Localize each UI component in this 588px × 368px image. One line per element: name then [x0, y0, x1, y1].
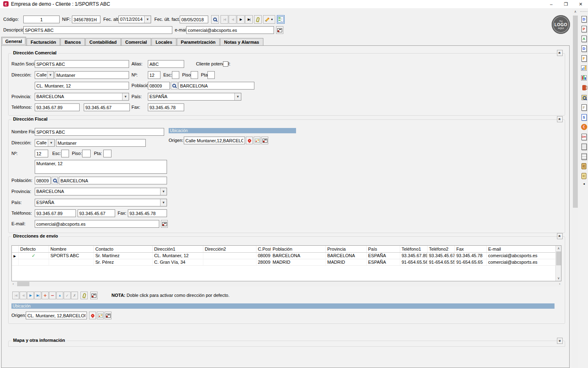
- cell-nombre[interactable]: [49, 259, 94, 265]
- tab-bancos[interactable]: Bancos: [60, 38, 85, 45]
- cell-poblacion[interactable]: BARCELONA: [271, 252, 325, 259]
- map-pin-button[interactable]: [246, 137, 253, 144]
- table-vertical-scrollbar[interactable]: ∧ ∨: [555, 246, 561, 281]
- col-provincia[interactable]: Provincia: [325, 246, 366, 252]
- chevron-down-icon[interactable]: ▼: [48, 139, 54, 146]
- sidebar-icon-bar-chart[interactable]: [580, 74, 588, 82]
- attachments-button[interactable]: [254, 15, 262, 24]
- collapse-direccion-fiscal-button[interactable]: «: [557, 116, 563, 122]
- razon-social-input[interactable]: [35, 60, 129, 68]
- table-horizontal-scrollbar[interactable]: ‹ ›: [11, 281, 561, 287]
- sidebar-icon-search-document[interactable]: [580, 93, 588, 102]
- piso-fiscal-input[interactable]: [82, 150, 91, 157]
- chevron-down-icon[interactable]: ▼: [160, 188, 167, 195]
- cell-direccion2[interactable]: [203, 252, 256, 259]
- sidebar-icon-doc-d2[interactable]: D: [580, 44, 588, 53]
- direccion-completa-fiscal-textarea[interactable]: Muntaner, 12: [35, 160, 167, 174]
- tab-general[interactable]: General: [1, 37, 26, 45]
- grid-insert-button[interactable]: +: [42, 292, 49, 299]
- sidebar-icon-list-doc-2[interactable]: [580, 152, 588, 161]
- notes-dropdown-button[interactable]: ▼: [263, 15, 275, 24]
- location-mail-button[interactable]: [261, 137, 268, 144]
- location-mail-button[interactable]: [105, 312, 111, 319]
- cell-provincia[interactable]: BARCELONA: [325, 252, 366, 259]
- col-cpostal[interactable]: C.Postal: [256, 246, 271, 252]
- cliente-potencial-checkbox[interactable]: [223, 61, 228, 67]
- restore-button[interactable]: ❐: [559, 0, 573, 8]
- codigo-postal-input[interactable]: [148, 82, 170, 90]
- email-fiscal-input[interactable]: [35, 220, 159, 228]
- fax-fiscal-input[interactable]: [128, 209, 167, 217]
- sidebar-icon-chart-window[interactable]: [580, 64, 588, 72]
- sidebar-icon-dollar-window[interactable]: $: [580, 113, 588, 121]
- chevron-down-icon[interactable]: ▼: [160, 199, 167, 206]
- buscar-poblacion-fiscal-button[interactable]: [51, 177, 58, 184]
- table-row[interactable]: Sr. Pérez C. Gran Vía, 34 28009 MADRID M…: [12, 259, 556, 265]
- origen-fiscal-input[interactable]: [184, 137, 245, 144]
- scroll-up-icon[interactable]: ∧: [557, 247, 560, 250]
- tab-notas-alarmas[interactable]: Notas y Alarmas: [220, 38, 263, 45]
- sidebar-icon-euro-gear[interactable]: €: [580, 123, 588, 131]
- sidebar-icon-doc-f-edit[interactable]: F: [580, 103, 588, 112]
- fec-alta-combobox[interactable]: 07/12/2014 ▼: [118, 16, 151, 23]
- collapse-direccion-comercial-button[interactable]: «: [557, 50, 563, 56]
- numero-fiscal-input[interactable]: [35, 150, 48, 157]
- cell-telefono2[interactable]: 93.345.45.67: [427, 252, 454, 259]
- cell-telefono1[interactable]: 93.345.67.89: [400, 252, 427, 259]
- telefono2-fiscal-input[interactable]: [78, 209, 115, 217]
- chevron-down-icon[interactable]: ▼: [144, 16, 151, 23]
- toolbar-grip[interactable]: ••••••: [580, 10, 588, 13]
- cell-defecto[interactable]: [18, 259, 49, 265]
- table-row[interactable]: ▶ ✓ SPORTS ABC Sr. Martínez CL. Muntaner…: [12, 252, 556, 259]
- sidebar-icon-doc-p[interactable]: P: [580, 25, 588, 33]
- scroll-down-icon[interactable]: ∨: [557, 276, 560, 280]
- sidebar-icon-clipboard-c2[interactable]: C: [580, 172, 588, 180]
- cell-pais[interactable]: ESPAÑA: [366, 259, 400, 265]
- cell-contacto[interactable]: Sr. Pérez: [94, 259, 152, 265]
- scroll-right-icon[interactable]: ›: [559, 282, 560, 286]
- cell-telefono2[interactable]: 91-654.65.55: [427, 259, 454, 265]
- cell-telefono1[interactable]: 91-654.65.56: [400, 259, 427, 265]
- tab-facturacion[interactable]: Facturación: [27, 38, 60, 45]
- direccion-completa-input[interactable]: [35, 82, 129, 90]
- chevron-down-icon[interactable]: ▼: [47, 72, 53, 79]
- col-fax[interactable]: Fax: [454, 246, 486, 252]
- collapse-strip-arrow[interactable]: ◂: [580, 182, 588, 186]
- tab-locales[interactable]: Locales: [151, 38, 176, 45]
- pais-combobox[interactable]: ESPAÑA ▼: [148, 93, 241, 101]
- col-nombre[interactable]: Nombre: [49, 246, 94, 252]
- descripcion-input[interactable]: [23, 26, 172, 34]
- cell-poblacion[interactable]: MADRID: [271, 259, 325, 265]
- provincia-combobox[interactable]: BARCELONA ▼: [35, 93, 129, 101]
- sidebar-icon-list-doc-1[interactable]: [580, 142, 588, 151]
- scrollbar-thumb[interactable]: [17, 282, 29, 286]
- map-route-button[interactable]: [97, 312, 104, 319]
- pta-input[interactable]: [207, 71, 215, 79]
- sidebar-icon-clipboard-c1[interactable]: C: [580, 162, 588, 171]
- tab-comercial[interactable]: Comercial: [121, 38, 151, 45]
- cp-fiscal-input[interactable]: [35, 177, 51, 184]
- grid-last-button[interactable]: ▶|: [34, 292, 41, 299]
- sidebar-icon-doc-d[interactable]: D: [580, 15, 588, 23]
- cell-direccion1[interactable]: CL. Muntaner, 12: [152, 252, 203, 259]
- scrollbar-thumb[interactable]: [556, 251, 561, 265]
- fec-ult-fact-input[interactable]: [180, 16, 208, 23]
- col-defecto[interactable]: Defecto: [18, 246, 49, 252]
- tipo-via-combobox[interactable]: Calle ▼: [35, 71, 54, 79]
- scroll-up-icon[interactable]: ∧: [574, 10, 577, 13]
- cell-direccion2[interactable]: [203, 259, 256, 265]
- sidebar-icon-date-time[interactable]: DH: [580, 132, 588, 141]
- direcciones-envio-table[interactable]: Defecto Nombre Contacto Dirección1 Direc…: [11, 245, 561, 281]
- scroll-left-icon[interactable]: ‹: [13, 282, 14, 286]
- grid-next-button[interactable]: ▶: [27, 292, 34, 299]
- col-telefono1[interactable]: Teléfono1: [400, 246, 427, 252]
- send-email-button[interactable]: [276, 26, 283, 34]
- expand-mapa-button[interactable]: «: [557, 338, 563, 344]
- map-route-button[interactable]: [254, 137, 261, 144]
- grid-email-button[interactable]: [90, 292, 98, 299]
- pais-fiscal-combobox[interactable]: ESPAÑA ▼: [35, 199, 167, 206]
- cell-cpostal[interactable]: 08009: [256, 252, 271, 259]
- cell-email[interactable]: comercial@abcsports.es: [486, 259, 556, 265]
- col-direccion2[interactable]: Dirección2: [203, 246, 256, 252]
- first-record-button[interactable]: |◀: [220, 15, 228, 24]
